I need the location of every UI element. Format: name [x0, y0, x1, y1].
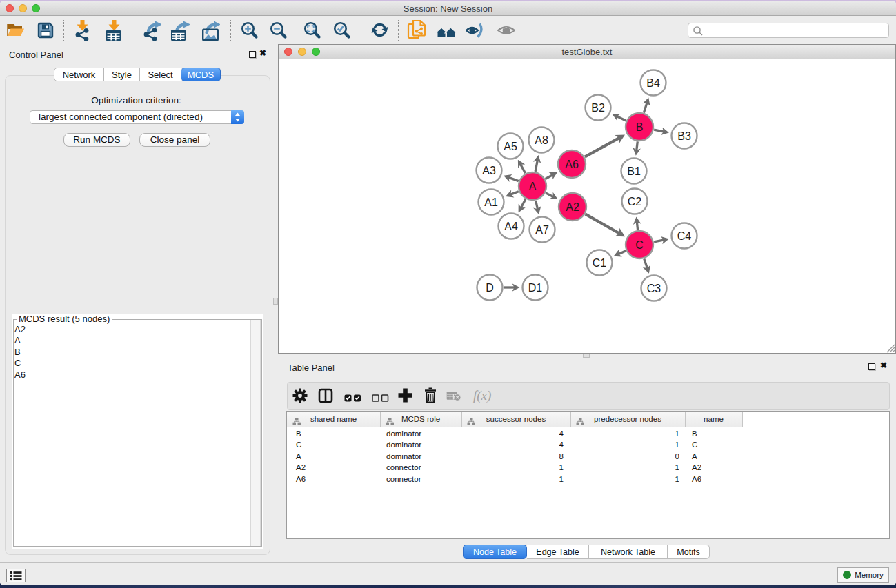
svg-text:A4: A4	[504, 221, 518, 232]
svg-text:A3: A3	[482, 165, 496, 176]
svg-text:A6: A6	[565, 159, 579, 170]
svg-text:C: C	[635, 239, 644, 251]
svg-text:D: D	[486, 282, 494, 294]
svg-text:A5: A5	[504, 141, 517, 152]
svg-text:D1: D1	[528, 282, 543, 294]
svg-text:C3: C3	[647, 283, 661, 294]
svg-text:A1: A1	[484, 196, 498, 208]
svg-text:B4: B4	[646, 77, 660, 89]
svg-text:A2: A2	[566, 201, 579, 213]
svg-text:A8: A8	[535, 134, 548, 146]
svg-text:C4: C4	[677, 230, 692, 242]
svg-text:A: A	[529, 181, 537, 192]
svg-text:B2: B2	[591, 102, 605, 114]
svg-text:A7: A7	[535, 224, 549, 236]
svg-text:B: B	[636, 121, 644, 133]
svg-text:C1: C1	[593, 257, 607, 269]
svg-text:B3: B3	[677, 130, 691, 142]
svg-text:C2: C2	[628, 196, 642, 207]
svg-text:B1: B1	[627, 165, 641, 177]
